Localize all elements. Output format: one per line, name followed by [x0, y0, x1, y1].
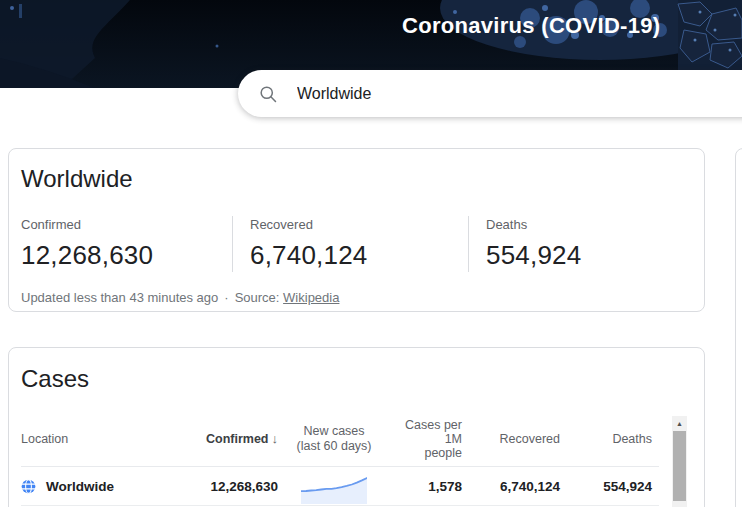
- dot-separator: ·: [224, 290, 228, 305]
- stat-recovered-value: 6,740,124: [250, 240, 468, 271]
- column-header-new-cases-line1: New cases: [278, 424, 390, 439]
- search-input[interactable]: [297, 85, 677, 103]
- scrollbar[interactable]: ▲: [672, 416, 687, 507]
- row-confirmed-cell: 12,268,630: [186, 479, 278, 494]
- adjacent-card-edge: [735, 148, 742, 507]
- new-cases-sparkline: [301, 474, 367, 504]
- row-new-cases-cell: [278, 467, 390, 505]
- source-link[interactable]: Wikipedia: [283, 290, 339, 305]
- row-cases-per-1m-cell: 1,578: [390, 479, 462, 494]
- cases-table-header: Location Confirmed↓ New cases (last 60 d…: [21, 412, 659, 466]
- worldwide-summary-card: Worldwide Confirmed 12,268,630 Recovered…: [8, 148, 705, 312]
- column-header-confirmed[interactable]: Confirmed↓: [186, 431, 278, 447]
- row-deaths-cell: 554,924: [560, 479, 659, 494]
- stat-confirmed-value: 12,268,630: [21, 240, 232, 271]
- row-location-cell: Worldwide: [21, 479, 186, 494]
- search-icon[interactable]: [258, 84, 278, 104]
- updated-text: Updated less than 43 minutes ago: [21, 290, 218, 305]
- row-location-label: Worldwide: [46, 479, 114, 494]
- scrollbar-thumb[interactable]: [673, 431, 686, 501]
- page-title: Coronavirus (COVID-19): [402, 13, 660, 39]
- column-header-per1m-line2: 1M: [390, 432, 462, 446]
- stat-recovered-label: Recovered: [250, 217, 468, 232]
- column-header-location[interactable]: Location: [21, 432, 186, 447]
- column-header-new-cases[interactable]: New cases (last 60 days): [278, 424, 390, 454]
- table-row-worldwide[interactable]: Worldwide 12,268,630 1,578 6,740,124 554…: [21, 467, 659, 506]
- stat-confirmed-label: Confirmed: [21, 217, 232, 232]
- column-header-new-cases-line2: (last 60 days): [278, 439, 390, 454]
- stat-recovered: Recovered 6,740,124: [232, 216, 468, 272]
- stat-confirmed: Confirmed 12,268,630: [21, 216, 232, 272]
- column-header-confirmed-label: Confirmed: [206, 432, 269, 446]
- column-header-deaths[interactable]: Deaths: [560, 432, 659, 447]
- search-bar[interactable]: [238, 70, 742, 117]
- summary-stats: Confirmed 12,268,630 Recovered 6,740,124…: [21, 216, 692, 272]
- column-header-per1m-line3: people: [390, 446, 462, 460]
- stat-deaths-value: 554,924: [486, 240, 692, 271]
- stat-deaths-label: Deaths: [486, 217, 692, 232]
- cases-card-title: Cases: [21, 366, 692, 392]
- updated-line: Updated less than 43 minutes ago·Source:…: [21, 290, 692, 305]
- column-header-per1m-line1: Cases per: [390, 418, 462, 432]
- column-header-recovered[interactable]: Recovered: [462, 432, 560, 447]
- cases-card: Cases Location Confirmed↓ New cases (las…: [8, 347, 705, 507]
- globe-icon: [21, 479, 36, 494]
- source-prefix: Source:: [235, 290, 280, 305]
- column-header-cases-per-1m[interactable]: Cases per 1M people: [390, 418, 462, 460]
- scroll-up-button[interactable]: ▲: [672, 416, 687, 430]
- summary-card-title: Worldwide: [21, 166, 692, 192]
- row-recovered-cell: 6,740,124: [462, 479, 560, 494]
- stat-deaths: Deaths 554,924: [468, 216, 692, 272]
